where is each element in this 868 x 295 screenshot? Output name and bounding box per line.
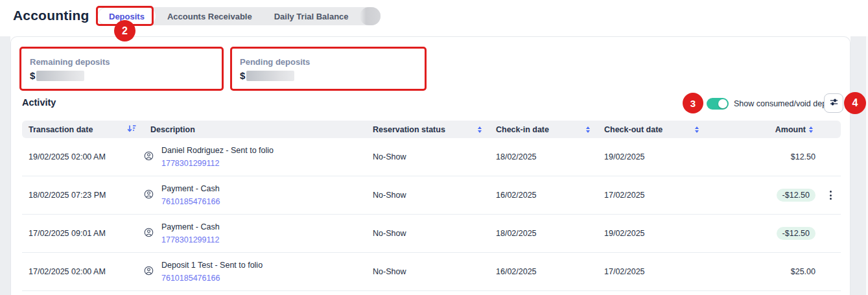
check-out-date-cell: 17/02/2025 (598, 267, 707, 276)
actions-cell (821, 226, 841, 241)
guest-circle-icon (144, 266, 154, 277)
guest-circle-icon (144, 151, 154, 163)
description-cell: Deposit 1 Test - Sent to folio 761018547… (144, 261, 366, 283)
check-in-date-cell: 18/02/2025 (489, 229, 598, 238)
tab-daily-trial-balance[interactable]: Daily Trial Balance (263, 7, 360, 25)
transaction-date-cell: 17/02/2025 09:01 AM (22, 229, 144, 238)
sort-carets-icon[interactable] (809, 126, 813, 133)
guest-circle-icon (144, 228, 154, 239)
page-title: Accounting (13, 8, 89, 23)
reservation-status-cell: No-Show (366, 229, 489, 238)
description-cell: Payment - Cash 1778301299112 (144, 222, 366, 244)
description-cell: Payment - Cash 7610185476166 (144, 184, 366, 206)
table-row[interactable]: 18/02/2025 07:23 PM Payment - Cash 76101… (22, 176, 841, 215)
reservation-status-cell: No-Show (366, 267, 489, 276)
column-header-transaction-date[interactable]: Transaction date (22, 124, 144, 134)
column-header-description[interactable]: Description (144, 125, 366, 134)
description-text: Payment - Cash (161, 222, 220, 231)
currency-symbol: $ (30, 70, 35, 81)
sort-descending-icon[interactable] (127, 124, 136, 134)
amount-value: -$12.50 (777, 189, 815, 202)
sort-carets-icon[interactable] (586, 126, 590, 133)
annotation-step-3: 3 (683, 93, 703, 113)
page-background-right (850, 36, 866, 295)
transaction-date-cell: 17/02/2025 02:00 AM (22, 267, 144, 276)
reservation-reference-link[interactable]: 1778301299112 (161, 159, 274, 168)
tab-bar: Deposits Accounts Receivable Daily Trial… (97, 7, 381, 25)
column-header-check-out-date[interactable]: Check-out date (598, 125, 707, 134)
page-background-left (0, 36, 10, 295)
remaining-deposits-label: Remaining deposits (30, 57, 110, 67)
annotation-step-4: 4 (844, 92, 866, 114)
pending-deposits-label: Pending deposits (240, 57, 310, 67)
remaining-deposits-card: Remaining deposits $ (30, 57, 110, 81)
description-text: Payment - Cash (161, 184, 220, 193)
tab-redacted[interactable] (360, 7, 381, 25)
check-out-date-cell: 17/02/2025 (598, 191, 707, 200)
activity-heading: Activity (22, 97, 56, 108)
remaining-deposits-value: $ (30, 70, 110, 81)
column-header-reservation-status[interactable]: Reservation status (366, 125, 489, 134)
reservation-status-cell: No-Show (366, 191, 489, 200)
amount-cell: -$12.50 (707, 227, 821, 240)
filter-sliders-icon (828, 97, 839, 110)
kebab-menu-icon[interactable] (826, 188, 836, 202)
amount-cell: $25.00 (707, 267, 821, 276)
check-in-date-cell: 16/02/2025 (489, 267, 598, 276)
transaction-date-cell: 18/02/2025 07:23 PM (22, 191, 144, 200)
reservation-reference-link[interactable]: 7610185476166 (161, 274, 263, 283)
reservation-reference-link[interactable]: 1778301299112 (161, 235, 220, 244)
column-header-amount[interactable]: Amount (707, 125, 821, 134)
show-consumed-void-toggle[interactable] (707, 98, 729, 110)
redacted-amount (246, 71, 294, 81)
description-text: Deposit 1 Test - Sent to folio (161, 261, 263, 270)
table-header-row: Transaction date Description Reservation… (22, 121, 841, 138)
check-out-date-cell: 19/02/2025 (598, 229, 707, 238)
amount-value: $12.50 (791, 152, 815, 161)
activity-table: Transaction date Description Reservation… (22, 121, 841, 291)
check-out-date-cell: 19/02/2025 (598, 152, 707, 161)
actions-cell (821, 150, 841, 164)
table-row[interactable]: 17/02/2025 09:01 AM Payment - Cash 17783… (22, 215, 841, 253)
actions-cell (821, 265, 841, 279)
description-text: Daniel Rodriguez - Sent to folio (161, 146, 274, 155)
column-header-check-in-date[interactable]: Check-in date (489, 125, 598, 134)
sort-carets-icon[interactable] (695, 126, 699, 133)
check-in-date-cell: 16/02/2025 (489, 191, 598, 200)
reservation-reference-link[interactable]: 7610185476166 (161, 197, 220, 206)
currency-symbol: $ (240, 70, 245, 81)
description-cell: Daniel Rodriguez - Sent to folio 1778301… (144, 146, 366, 168)
check-in-date-cell: 18/02/2025 (489, 152, 598, 161)
table-row[interactable]: 17/02/2025 02:00 AM Deposit 1 Test - Sen… (22, 253, 841, 291)
pending-deposits-value: $ (240, 70, 310, 81)
amount-cell: -$12.50 (707, 189, 821, 202)
toggle-knob (718, 99, 727, 108)
filter-button[interactable] (824, 93, 843, 113)
tab-accounts-receivable[interactable]: Accounts Receivable (156, 7, 263, 25)
sort-carets-icon[interactable] (478, 126, 482, 133)
reservation-status-cell: No-Show (366, 152, 489, 161)
amount-value: -$12.50 (777, 227, 815, 240)
transaction-date-cell: 19/02/2025 02:00 AM (22, 152, 144, 161)
annotation-step-2: 2 (114, 20, 135, 41)
guest-circle-icon (144, 189, 154, 201)
amount-value: $25.00 (791, 267, 815, 276)
amount-cell: $12.50 (707, 152, 821, 161)
table-body: 19/02/2025 02:00 AM Daniel Rodriguez - S… (22, 138, 841, 291)
pending-deposits-card: Pending deposits $ (240, 57, 310, 81)
actions-cell (821, 188, 841, 202)
table-row[interactable]: 19/02/2025 02:00 AM Daniel Rodriguez - S… (22, 138, 841, 176)
accounting-screen: Accounting Deposits Accounts Receivable … (0, 0, 868, 295)
redacted-amount (36, 71, 84, 81)
